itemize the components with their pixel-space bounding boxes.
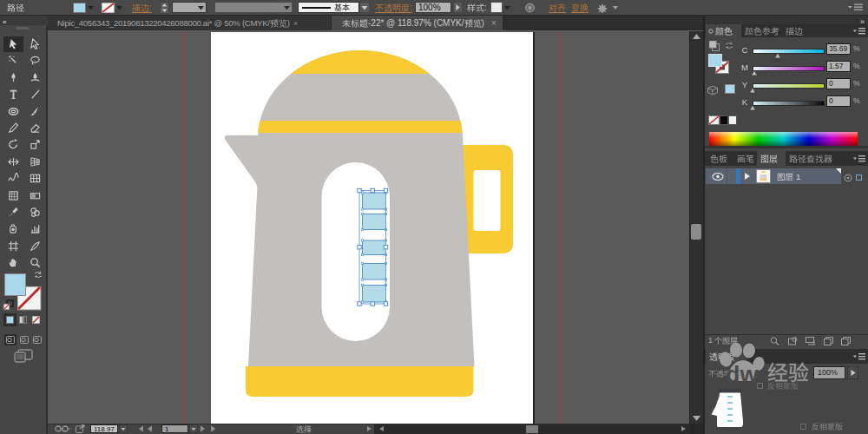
svg-text:dw: dw — [726, 362, 759, 386]
